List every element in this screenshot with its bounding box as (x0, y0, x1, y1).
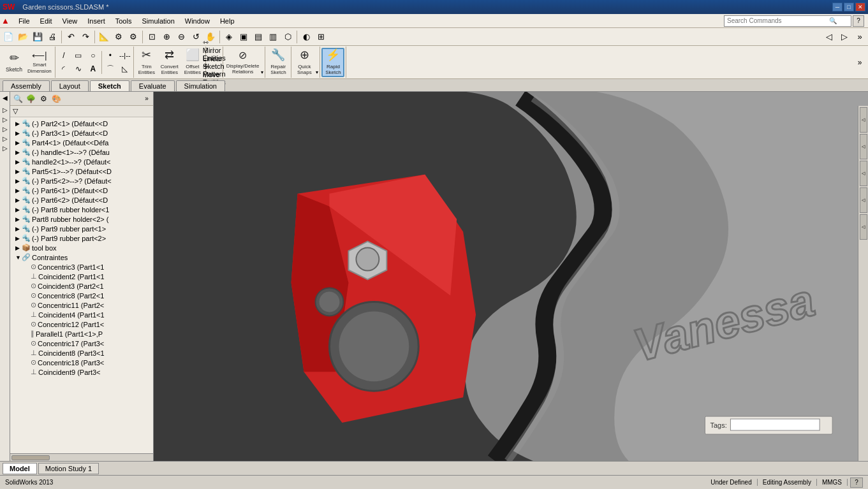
tree-item-part8-2[interactable]: ▶ 🔩 Part8 rubber holder<2> ( (10, 214, 153, 224)
rotate-view[interactable]: ↺ (189, 30, 203, 44)
tab-sketch[interactable]: Sketch (90, 80, 129, 91)
relations-dropdown[interactable]: ▾ (261, 69, 263, 78)
search-box[interactable]: 🔍 (724, 15, 851, 27)
tree-item-contraintes[interactable]: ▼ 🔗 Contraintes (10, 252, 153, 262)
trim-entities-button[interactable]: ✂ TrimEntities (135, 48, 158, 77)
right-panel-btn2[interactable]: ◁ (860, 134, 867, 159)
constraint-coincident9[interactable]: ⊥ Coincident9 (Part3< (10, 367, 153, 377)
menu-simulation[interactable]: Simulation (136, 14, 179, 27)
text-button[interactable]: A (86, 62, 100, 75)
quick-snaps-button[interactable]: ⊕ QuickSnaps (293, 48, 316, 77)
point-button[interactable]: • (103, 49, 117, 62)
tab-simulation[interactable]: Simulation (176, 80, 225, 91)
right-toolbar-btn2[interactable]: ▷ (837, 30, 851, 44)
tree-item-part4[interactable]: ▶ 🔩 Part4<1> (Défaut<<Défa (10, 138, 153, 147)
side-icon-5[interactable]: ▷ (1, 134, 10, 143)
constraint-concentric18[interactable]: ⊙ Concentric18 (Part3< (10, 358, 153, 367)
convert-entities-button[interactable]: ⇄ ConvertEntities (158, 48, 181, 77)
panel-expand-button[interactable]: » (142, 94, 152, 104)
tab-model[interactable]: Model (3, 463, 37, 474)
tab-layout[interactable]: Layout (51, 80, 89, 91)
options-button[interactable]: ⚙ (126, 30, 140, 44)
measure-button[interactable]: 📐 (97, 30, 111, 44)
constraint-concentric17[interactable]: ⊙ Concentric17 (Part3< (10, 339, 153, 348)
menu-view[interactable]: View (57, 14, 83, 27)
menu-insert[interactable]: Insert (82, 14, 110, 27)
tree-horizontal-scrollbar[interactable] (10, 453, 153, 461)
right-panel-btn3[interactable]: ◁ (860, 161, 867, 186)
help-status-button[interactable]: ? (850, 478, 863, 488)
zoom-out[interactable]: ⊖ (174, 30, 188, 44)
undo-button[interactable]: ↶ (64, 30, 78, 44)
right-panel-btn1[interactable]: ◁ (860, 107, 867, 133)
tree-item-part5-1[interactable]: ▶ 🔩 Part5<1>-->? (Défaut<<D (10, 166, 153, 176)
view-top[interactable]: ▤ (251, 30, 265, 44)
sketch-button[interactable]: ✏ Sketch (3, 48, 26, 77)
tree-item-part6-1[interactable]: ▶ 🔩 (-) Part6<1> (Défaut<<D (10, 186, 153, 195)
redo-button[interactable]: ↷ (78, 30, 92, 44)
toolbar-expand-right[interactable]: » (853, 55, 867, 69)
tree-item-handle2[interactable]: ▶ 🔩 handle2<1>-->? (Défaut< (10, 157, 153, 166)
help-button[interactable]: ? (853, 15, 864, 27)
spline-button[interactable]: ∿ (71, 62, 85, 75)
panel-btn-display[interactable]: 🎨 (50, 93, 63, 105)
status-units[interactable]: MMGS (817, 479, 848, 486)
display-delete-button[interactable]: ⊘ Display/DeleteRelations (224, 48, 261, 77)
constraint-coincident3[interactable]: ⊙ Coincident3 (Part2<1 (10, 281, 153, 291)
right-panel-btn5[interactable]: ◁ (860, 214, 867, 240)
right-panel-btn4[interactable]: ◁ (860, 187, 867, 213)
arc-button[interactable]: ◜ (57, 62, 71, 75)
side-icon-3[interactable]: ▷ (1, 115, 10, 124)
constraint-concentric3[interactable]: ⊙ Concentric3 (Part1<1 (10, 262, 153, 272)
tree-item-part9-2[interactable]: ▶ 🔩 (-) Part9 rubber part<2> (10, 233, 153, 243)
close-button[interactable]: ✕ (855, 3, 865, 11)
viewport[interactable]: ⊡ ⊕ ◈ ▣ ▤ ▥ ⬡ ◐ ⬜ ⊞ 💡 🌐 🎨 (154, 92, 868, 461)
scroll-thumb[interactable] (11, 455, 50, 460)
display-style[interactable]: ◐ (299, 30, 313, 44)
menu-help[interactable]: Help (215, 14, 240, 27)
fillet-button[interactable]: ⌒ (103, 62, 117, 75)
snaps-dropdown[interactable]: ▾ (316, 69, 318, 78)
search-input[interactable] (727, 17, 829, 24)
chamfer-button[interactable]: ◺ (118, 62, 132, 75)
zoom-to-fit[interactable]: ⊡ (145, 30, 159, 44)
constraint-concentric8[interactable]: ⊙ Concentric8 (Part2<1 (10, 291, 153, 300)
tree-item-part2[interactable]: ▶ 🔩 (-) Part2<1> (Défaut<<D (10, 119, 153, 128)
view-right[interactable]: ▥ (266, 30, 280, 44)
side-icon-2[interactable]: ▷ (1, 105, 10, 114)
tree-item-toolbox[interactable]: ▶ 📦 tool box (10, 243, 153, 252)
expand-toolbar[interactable]: » (853, 30, 867, 44)
new-button[interactable]: 📄 (1, 30, 15, 44)
side-icon-1[interactable]: ◀ (1, 93, 10, 102)
zoom-in[interactable]: ⊕ (159, 30, 173, 44)
print-button[interactable]: 🖨 (45, 30, 59, 44)
repair-sketch-button[interactable]: 🔧 RepairSketch (267, 48, 290, 77)
tree-item-handle1[interactable]: ▶ 🔩 (-) handle<1>-->? (Défau (10, 147, 153, 157)
tab-motion-study[interactable]: Motion Study 1 (38, 463, 99, 474)
open-button[interactable]: 📂 (16, 30, 30, 44)
constraint-concentric12[interactable]: ⊙ Concentric12 (Part1< (10, 319, 153, 329)
tab-evaluate[interactable]: Evaluate (131, 80, 175, 91)
menu-file[interactable]: File (13, 14, 35, 27)
constraint-coincident2[interactable]: ⊥ Coincident2 (Part1<1 (10, 272, 153, 281)
constraint-parallel1[interactable]: ∥ Parallel1 (Part1<1>,P (10, 329, 153, 339)
side-icon-6[interactable]: ▷ (1, 143, 10, 152)
rebuild-button[interactable]: ⚙ (112, 30, 126, 44)
panel-btn-search[interactable]: 🔍 (11, 93, 24, 105)
tab-assembly[interactable]: Assembly (3, 80, 50, 91)
menu-tools[interactable]: Tools (110, 14, 137, 27)
view-iso[interactable]: ⬡ (281, 30, 295, 44)
tree-item-part8-1[interactable]: ▶ 🔩 (-) Part8 rubber holder<1 (10, 205, 153, 214)
menu-window[interactable]: Window (180, 14, 215, 27)
menu-edit[interactable]: Edit (35, 14, 57, 27)
panel-btn-prop[interactable]: ⚙ (37, 93, 50, 105)
tree-item-part3[interactable]: ▶ 🔩 (-) Part3<1> (Défaut<<D (10, 128, 153, 138)
save-button[interactable]: 💾 (31, 30, 45, 44)
constraint-coincident4[interactable]: ⊥ Coincident4 (Part1<1 (10, 310, 153, 319)
constraint-coincident8[interactable]: ⊥ Coincident8 (Part3<1 (10, 348, 153, 358)
tree-item-part5-2[interactable]: ▶ 🔩 (-) Part5<2>-->? (Défaut< (10, 176, 153, 186)
circle-button[interactable]: ○ (86, 49, 100, 62)
rapid-sketch-button[interactable]: ⚡ RapidSketch (321, 48, 344, 77)
side-icon-4[interactable]: ▷ (1, 124, 10, 133)
constraint-concentric11[interactable]: ⊙ Concentric11 (Part2< (10, 300, 153, 310)
